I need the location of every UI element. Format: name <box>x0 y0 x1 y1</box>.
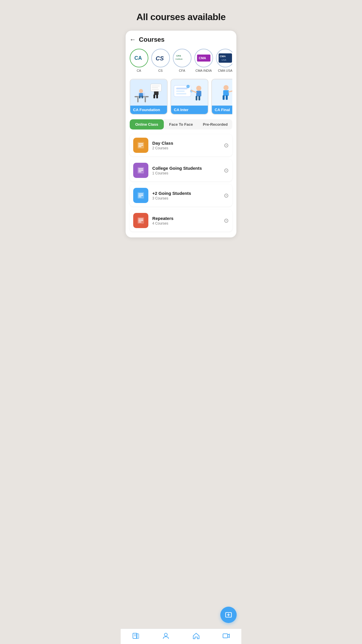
svg-text:CFA: CFA <box>176 55 181 57</box>
course-name-repeaters: Repeaters <box>152 216 222 221</box>
course-cards-row: CA Foundation <box>130 79 233 115</box>
day-class-icon <box>136 141 145 150</box>
course-card-final[interactable]: CA Final <box>211 79 233 115</box>
card-title: Courses <box>139 36 165 43</box>
cma-india-logo-svg: CMA <box>196 53 212 63</box>
category-circle-cma-india: CMA <box>194 49 213 67</box>
card-header: ← Courses <box>130 36 233 43</box>
course-count-plus2: 3 Courses <box>152 196 222 200</box>
cfa-logo-svg: CFA Institute <box>175 52 189 64</box>
plus2-icon <box>136 191 145 200</box>
course-info-day-class: Day Class 2 Courses <box>152 141 222 150</box>
course-icon-box-repeaters <box>133 213 148 228</box>
category-circle-cfa: CFA Institute <box>173 49 191 67</box>
svg-text:CMA: CMA <box>220 55 226 58</box>
category-label-cma-india: CMA INDIA <box>195 69 212 72</box>
chevron-icon-plus2: ⊙ <box>224 192 229 199</box>
course-card-label-foundation: CA Foundation <box>130 106 167 114</box>
course-name-plus2: +2 Going Students <box>152 191 222 196</box>
svg-rect-41 <box>223 90 229 96</box>
page-wrapper: All courses available ← Courses CA CA <box>121 0 241 258</box>
svg-rect-37 <box>198 96 200 101</box>
svg-text:Institute: Institute <box>175 58 183 60</box>
filter-tabs: Online Class Face To Face Pre-Recorded <box>130 119 233 130</box>
svg-point-32 <box>186 85 190 88</box>
course-icon-box-plus2 <box>133 188 148 203</box>
svg-rect-11 <box>137 97 138 102</box>
chevron-icon-day-class: ⊙ <box>224 142 229 149</box>
chevron-icon-repeaters: ⊙ <box>224 217 229 224</box>
page-title: All courses available <box>136 12 226 22</box>
svg-rect-30 <box>176 90 184 92</box>
filter-tab-online[interactable]: Online Class <box>130 119 164 130</box>
category-label-cfa: CFA <box>179 69 185 72</box>
course-info-college: College Going Students 1 Courses <box>152 166 222 175</box>
course-card-image-foundation <box>130 79 167 106</box>
category-label-cs: CS <box>158 69 163 72</box>
course-card-image-final <box>212 79 233 106</box>
course-list-item-college[interactable]: College Going Students 1 Courses ⊙ <box>130 159 233 181</box>
chevron-icon-college: ⊙ <box>224 167 229 174</box>
cma-usa-logo-svg: CMA USA <box>217 52 233 64</box>
foundation-illustration <box>130 79 167 106</box>
course-icon-box-day-class <box>133 138 148 153</box>
svg-rect-18 <box>141 96 143 99</box>
category-circle-ca: CA <box>130 49 148 67</box>
course-count-day-class: 2 Courses <box>152 146 222 150</box>
college-icon <box>136 166 145 175</box>
svg-rect-39 <box>212 80 233 105</box>
svg-rect-36 <box>196 96 197 101</box>
course-name-day-class: Day Class <box>152 141 222 146</box>
category-circle-cs: CS <box>151 49 170 67</box>
svg-rect-12 <box>145 97 146 102</box>
course-list-item-repeaters[interactable]: Repeaters 4 Courses ⊙ <box>130 209 233 232</box>
svg-text:CMA: CMA <box>199 56 206 60</box>
course-list: Day Class 2 Courses ⊙ College Going Stud… <box>130 134 233 232</box>
app-card: ← Courses CA CA CS CS <box>126 31 237 237</box>
svg-rect-9 <box>130 80 167 105</box>
svg-rect-29 <box>176 88 187 90</box>
svg-point-40 <box>223 85 228 90</box>
svg-text:USA: USA <box>222 59 226 61</box>
course-info-repeaters: Repeaters 4 Courses <box>152 216 222 225</box>
course-card-foundation[interactable]: CA Foundation <box>130 79 168 115</box>
svg-rect-43 <box>226 95 228 100</box>
svg-rect-21 <box>153 94 155 99</box>
svg-text:CS: CS <box>156 55 164 62</box>
course-count-repeaters: 4 Courses <box>152 221 222 225</box>
inter-illustration <box>171 79 208 106</box>
course-count-college: 1 Courses <box>152 171 222 175</box>
svg-point-34 <box>196 86 201 91</box>
course-card-inter[interactable]: CA Inter <box>171 79 208 115</box>
svg-rect-35 <box>196 91 201 96</box>
svg-rect-31 <box>176 93 186 94</box>
svg-rect-22 <box>156 94 158 99</box>
svg-text:CA: CA <box>134 55 142 61</box>
category-circle-cma-usa: CMA USA <box>216 49 233 67</box>
category-cma-india[interactable]: CMA CMA INDIA <box>194 49 213 72</box>
filter-tab-recorded[interactable]: Pre-Recorded <box>198 119 233 130</box>
course-card-label-inter: CA Inter <box>171 106 208 114</box>
category-ca[interactable]: CA CA <box>130 49 148 72</box>
repeaters-icon <box>136 216 145 225</box>
course-list-item-plus2[interactable]: +2 Going Students 3 Courses ⊙ <box>130 184 233 206</box>
final-illustration <box>212 79 233 106</box>
category-cma-usa[interactable]: CMA USA CMA USA <box>216 49 233 72</box>
course-info-plus2: +2 Going Students 3 Courses <box>152 191 222 200</box>
cs-logo-svg: CS <box>155 53 166 63</box>
svg-point-15 <box>139 89 143 93</box>
category-cfa[interactable]: CFA Institute CFA <box>173 49 191 72</box>
category-label-cma-usa: CMA USA <box>218 69 233 72</box>
category-row: CA CA CS CS CFA Institute <box>130 49 233 74</box>
svg-rect-17 <box>139 96 140 99</box>
course-card-label-final: CA Final <box>212 106 233 114</box>
course-icon-box-college <box>133 163 148 178</box>
course-name-college: College Going Students <box>152 166 222 171</box>
course-card-image-inter <box>171 79 208 106</box>
category-cs[interactable]: CS CS <box>151 49 170 72</box>
back-button[interactable]: ← <box>130 36 136 43</box>
ca-logo-svg: CA <box>133 53 145 63</box>
filter-tab-face[interactable]: Face To Face <box>164 119 198 130</box>
category-label-ca: CA <box>137 69 141 72</box>
course-list-item-day-class[interactable]: Day Class 2 Courses ⊙ <box>130 134 233 156</box>
